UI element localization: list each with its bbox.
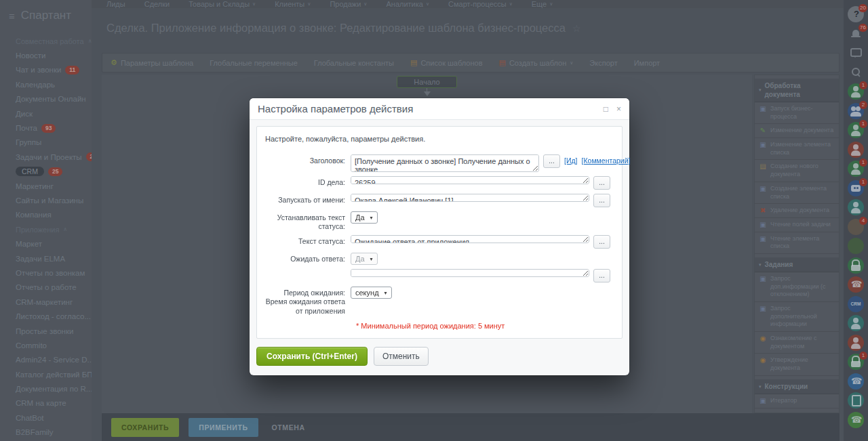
field-row-wait-reply: Ожидать ответа: Да ▾ <box>265 253 614 265</box>
field-row-title: Заголовок: [Получение данных о звонке] П… <box>265 154 614 172</box>
period-label: Период ожидания: Время ожидания ответа о… <box>265 287 351 315</box>
field-row-id: ID дела: 26259 ... <box>265 176 614 190</box>
extra-more-button[interactable]: ... <box>593 269 610 282</box>
id-link[interactable]: [Ид] <box>564 156 578 165</box>
modal-save-button[interactable]: Сохранить (Ctrl+Enter) <box>256 347 368 366</box>
status-text-label: Текст статуса: <box>265 235 351 246</box>
chevron-down-icon: ▾ <box>370 215 373 221</box>
status-text-textarea[interactable]: Ожидание ответа от приложения <box>351 235 589 243</box>
period-unit-value: секунд <box>355 289 379 297</box>
run-as-textarea[interactable]: Окара Алексей Иванович [1] <box>351 194 589 202</box>
period-unit-select[interactable]: секунд ▾ <box>351 287 392 299</box>
field-row-period: Период ожидания: Время ожидания ответа о… <box>265 287 614 315</box>
wait-reply-value: Да <box>355 255 365 263</box>
id-label: ID дела: <box>265 176 351 187</box>
set-status-select[interactable]: Да ▾ <box>351 211 378 224</box>
field-row-status-text: Текст статуса: Ожидание ответа от прилож… <box>265 235 614 249</box>
modal-title: Настройка параметров действия <box>258 103 595 114</box>
status-text-more-button[interactable]: ... <box>593 235 610 249</box>
chevron-down-icon: ▾ <box>384 290 387 296</box>
period-label-line1: Период ожидания: <box>265 289 345 297</box>
extra-label <box>265 269 351 271</box>
period-label-line2: Время ожидания ответа от приложения <box>265 297 345 315</box>
field-row-run-as: Запускать от имени: Окара Алексей Иванов… <box>265 194 614 207</box>
maximize-icon[interactable]: □ <box>604 105 608 113</box>
modal-titlebar: Настройка параметров действия □ × <box>250 98 629 120</box>
modal-message: Настройте, пожалуйста, параметры действи… <box>265 135 614 143</box>
modal-form-panel: Настройте, пожалуйста, параметры действи… <box>256 126 623 339</box>
set-status-label: Устанавливать текст статуса: <box>265 211 351 231</box>
title-more-button[interactable]: ... <box>543 154 560 168</box>
modal-body: Настройте, пожалуйста, параметры действи… <box>250 120 629 341</box>
title-label: Заголовок: <box>265 154 351 165</box>
run-as-label: Запускать от имени: <box>265 194 351 205</box>
field-row-set-status: Устанавливать текст статуса: Да ▾ <box>265 211 614 231</box>
close-icon[interactable]: × <box>616 105 621 113</box>
modal-footer: Сохранить (Ctrl+Enter) Отменить <box>250 341 629 375</box>
comment-link[interactable]: [Комментарий] <box>582 156 631 165</box>
app-window: ≡ Спартант Совместная работа ∧ Новости Ч <box>0 0 868 441</box>
min-period-warning: * Минимальный период ожидания: 5 минут <box>356 322 614 330</box>
set-status-value: Да <box>355 213 365 222</box>
run-as-more-button[interactable]: ... <box>593 194 610 207</box>
wait-reply-label: Ожидать ответа: <box>265 253 351 264</box>
id-textarea[interactable]: 26259 <box>351 176 589 184</box>
wait-reply-select: Да ▾ <box>351 253 378 265</box>
title-textarea[interactable]: [Получение данных о звонке] Получение да… <box>351 154 539 172</box>
extra-textarea[interactable] <box>351 269 589 277</box>
action-settings-modal: Настройка параметров действия □ × Настро… <box>250 98 629 375</box>
id-more-button[interactable]: ... <box>593 176 610 190</box>
chevron-down-icon: ▾ <box>370 256 373 262</box>
modal-cancel-button[interactable]: Отменить <box>374 347 429 366</box>
field-row-extra: ... <box>265 269 614 282</box>
